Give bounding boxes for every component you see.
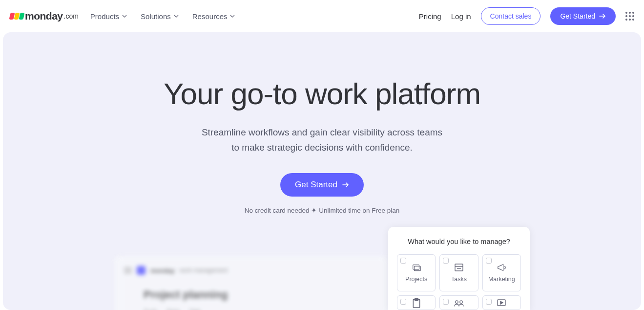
login-link[interactable]: Log in	[451, 12, 471, 21]
option-projects[interactable]: Projects	[397, 254, 436, 291]
megaphone-icon	[497, 263, 506, 272]
arrow-right-icon	[342, 182, 349, 187]
checkbox-icon	[400, 299, 406, 305]
svg-point-7	[456, 301, 458, 303]
product-preview: monday work management Project planning …	[114, 256, 388, 310]
svg-rect-1	[414, 266, 420, 270]
checkbox-icon	[486, 258, 492, 264]
play-icon	[497, 299, 506, 308]
hero-note: No credit card needed ✦ Unlimited time o…	[22, 206, 622, 214]
hero-subtitle-line: to make strategic decisions with confide…	[231, 142, 413, 153]
option-marketing[interactable]: Marketing	[482, 254, 521, 291]
svg-rect-2	[455, 264, 463, 271]
hamburger-icon	[124, 267, 132, 273]
preview-heading: Project planning	[144, 288, 378, 301]
pricing-link[interactable]: Pricing	[419, 12, 441, 21]
preview-meta: Task	[189, 308, 201, 310]
logo-tld: .com	[64, 12, 79, 20]
option-label: Tasks	[451, 276, 467, 283]
logo[interactable]: monday.com	[10, 10, 79, 22]
preview-brand-sub: work management	[180, 267, 228, 274]
checkbox-icon	[486, 299, 492, 305]
preview-meta: To-do	[144, 308, 157, 310]
option-row2-a[interactable]	[397, 295, 436, 310]
hero-title: Your go-to work platform	[22, 76, 622, 111]
get-started-hero-button[interactable]: Get Started	[280, 173, 364, 197]
svg-rect-0	[413, 265, 419, 269]
card-title: What would you like to manage?	[397, 238, 521, 245]
svg-point-8	[460, 301, 462, 303]
nav-solutions[interactable]: Solutions	[141, 12, 179, 21]
preview-meta: Done	[167, 308, 180, 310]
contact-sales-button[interactable]: Contact sales	[481, 7, 541, 25]
option-row2-c[interactable]	[482, 295, 521, 310]
crm-icon	[454, 299, 464, 308]
nav-resources[interactable]: Resources	[192, 12, 235, 21]
nav-secondary: Pricing Log in Contact sales Get Started	[419, 7, 634, 25]
preview-meta-row: To-do Done Task	[144, 308, 378, 310]
checkbox-icon	[443, 299, 449, 305]
clipboard-icon	[412, 299, 421, 308]
nav-label: Products	[90, 12, 119, 21]
card-options-grid: Projects Tasks Marketing	[397, 254, 521, 310]
chevron-down-icon	[230, 15, 235, 18]
nav-products[interactable]: Products	[90, 12, 127, 21]
hero-section: Your go-to work platform Streamline work…	[3, 32, 641, 310]
manage-card: What would you like to manage? Projects …	[388, 227, 530, 310]
chevron-down-icon	[122, 15, 127, 18]
nav-label: Resources	[192, 12, 228, 21]
checkbox-icon	[443, 258, 449, 264]
tasks-icon	[454, 263, 464, 272]
logo-mark-icon	[10, 13, 24, 20]
hero-subtitle: Streamline workflows and gain clear visi…	[22, 125, 622, 155]
option-label: Projects	[405, 276, 427, 283]
option-row2-b[interactable]	[439, 295, 478, 310]
logo-text: monday	[25, 10, 63, 22]
chevron-down-icon	[174, 15, 179, 18]
projects-icon	[412, 263, 421, 272]
option-label: Marketing	[488, 276, 515, 283]
hero-subtitle-line: Streamline workflows and gain clear visi…	[202, 127, 442, 137]
preview-brand: monday	[150, 267, 175, 274]
button-label: Get Started	[560, 12, 595, 20]
option-tasks[interactable]: Tasks	[439, 254, 478, 291]
nav-primary: Products Solutions Resources	[90, 12, 235, 21]
preview-app-icon	[137, 266, 145, 275]
nav-label: Solutions	[141, 12, 171, 21]
app-grid-icon[interactable]	[625, 12, 634, 21]
checkbox-icon	[400, 258, 406, 264]
button-label: Get Started	[295, 180, 337, 190]
header: monday.com Products Solutions Resources …	[0, 0, 644, 32]
get-started-header-button[interactable]: Get Started	[550, 7, 616, 25]
arrow-right-icon	[599, 14, 606, 19]
